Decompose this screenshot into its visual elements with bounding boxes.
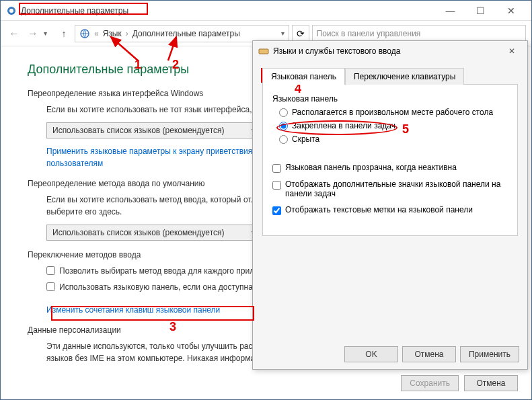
breadcrumb-advanced[interactable]: Дополнительные параметры — [132, 29, 240, 38]
window-title: Дополнительные параметры — [21, 6, 435, 15]
dialog-title: Языки и службы текстового ввода — [273, 46, 400, 56]
address-bar[interactable]: « Язык › Дополнительные параметры ▾ — [75, 25, 289, 42]
breadcrumb-language[interactable]: Язык — [103, 29, 122, 38]
dialog-tabs: Языковая панель Переключение клавиатуры — [262, 68, 518, 85]
svg-point-1 — [9, 9, 13, 13]
dialog-close-button[interactable]: ✕ — [502, 44, 522, 58]
cb-transparent[interactable] — [272, 164, 281, 173]
use-lang-bar-label: Использовать языковую панель, если она д… — [59, 281, 253, 293]
titlebar: Дополнительные параметры — ☐ ✕ — [1, 1, 531, 21]
tab-panel: Языковая панель Располагается в произвол… — [262, 84, 518, 236]
svg-rect-3 — [259, 49, 268, 54]
tab-keyboard-switch[interactable]: Переключение клавиатуры — [345, 68, 464, 85]
dialog-footer: OK Отмена Применить — [344, 346, 519, 362]
cancel-button[interactable]: Отмена — [464, 375, 518, 391]
text-services-dialog: Языки и службы текстового ввода ✕ Языков… — [252, 40, 528, 370]
main-footer-buttons: Сохранить Отмена — [401, 375, 518, 391]
change-hotkeys-link[interactable]: Изменить сочетания клавиш языковой панел… — [46, 304, 220, 316]
up-button[interactable]: ↑ — [56, 26, 72, 42]
address-expand[interactable]: ▾ — [281, 30, 284, 37]
cb-text-labels-label: Отображать текстовые метки на языковой п… — [285, 205, 473, 214]
apply-button[interactable]: Применить — [460, 346, 519, 362]
radio-docked-label: Закреплена в панели задач — [292, 121, 395, 130]
breadcrumb-sep: « — [94, 29, 99, 38]
cb-transparent-label: Языковая панель прозрачна, когда неактив… — [285, 163, 457, 172]
refresh-button[interactable]: ⟳ — [292, 25, 309, 42]
globe-icon — [79, 28, 90, 39]
ui-lang-dropdown[interactable]: Использовать список языков (рекомендуетс… — [46, 122, 262, 138]
maximize-button[interactable]: ☐ — [465, 1, 496, 20]
minimize-button[interactable]: — — [435, 1, 465, 20]
back-button[interactable]: ← — [6, 26, 22, 42]
dialog-body: Языковая панель Переключение клавиатуры … — [253, 61, 527, 243]
input-method-dropdown[interactable]: Использовать список языков (рекомендуетс… — [46, 225, 262, 241]
search-placeholder: Поиск в панели управления — [317, 29, 421, 38]
dropdown-value: Использовать список языков (рекомендуетс… — [52, 124, 225, 136]
search-input[interactable]: Поиск в панели управления — [312, 25, 527, 42]
cb-text-labels[interactable] — [272, 206, 281, 215]
dialog-cancel-button[interactable]: Отмена — [402, 346, 456, 362]
cb-extra-icons-label: Отображать дополнительные значки языково… — [285, 179, 508, 198]
tab-language-bar[interactable]: Языковая панель — [262, 68, 345, 85]
radio-float-label: Располагается в произвольном месте рабоч… — [292, 108, 493, 117]
keyboard-icon — [258, 46, 269, 56]
cb-extra-icons[interactable] — [272, 181, 281, 190]
ok-button[interactable]: OK — [344, 346, 398, 362]
breadcrumb-sep: › — [126, 29, 128, 38]
app-icon — [6, 5, 17, 16]
close-button[interactable]: ✕ — [496, 1, 526, 20]
radio-hidden-label: Скрыта — [292, 134, 319, 144]
window-controls: — ☐ ✕ — [435, 1, 526, 20]
group-lang-bar: Языковая панель — [272, 94, 508, 104]
history-dropdown[interactable]: ▾ — [44, 30, 53, 37]
per-app-input-checkbox[interactable] — [46, 266, 55, 275]
save-button[interactable]: Сохранить — [401, 375, 459, 391]
use-lang-bar-checkbox[interactable] — [46, 282, 55, 291]
radio-hidden[interactable] — [279, 135, 288, 144]
per-app-input-label: Позволить выбирать метод ввода для каждо… — [59, 265, 282, 277]
dialog-titlebar: Языки и службы текстового ввода ✕ — [253, 41, 527, 61]
dropdown-value: Использовать список языков (рекомендуетс… — [52, 227, 225, 239]
radio-float[interactable] — [279, 108, 288, 117]
forward-button[interactable]: → — [25, 26, 41, 42]
radio-docked[interactable] — [279, 122, 288, 130]
